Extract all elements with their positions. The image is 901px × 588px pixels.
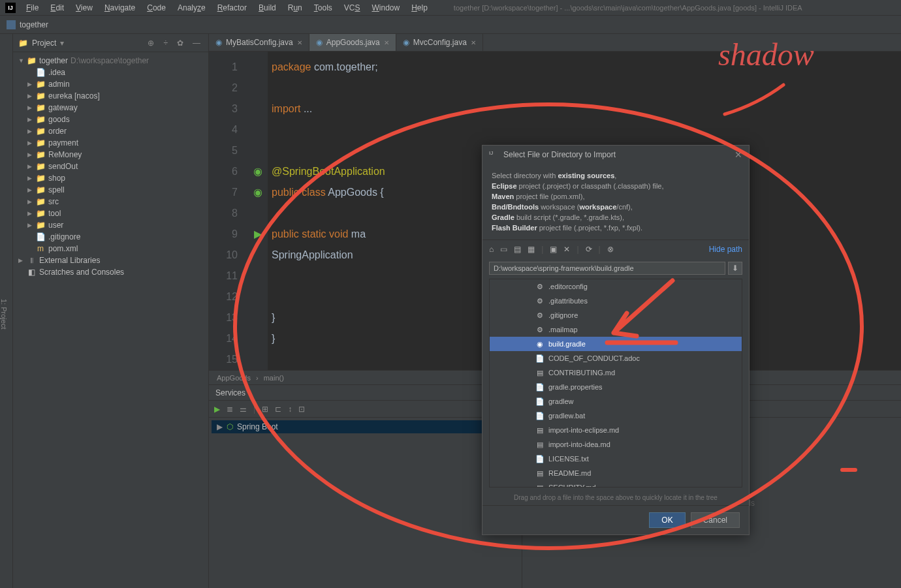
tree-item[interactable]: ▶📁spell [13, 184, 208, 196]
close-icon[interactable]: ✕ [735, 149, 742, 160]
dialog-title: Select File or Directory to Import [503, 150, 616, 159]
run-gutter[interactable]: ◉ ◉ ▶ [248, 52, 268, 370]
dropdown-icon[interactable]: ▾ [60, 39, 64, 48]
file-row[interactable]: ⚙.gitattributes [490, 294, 742, 308]
history-icon[interactable]: ⬇ [728, 262, 742, 275]
tree-scratches[interactable]: ◧Scratches and Consoles [13, 266, 208, 278]
tree-item[interactable]: ▶📁shop [13, 172, 208, 184]
file-row[interactable]: ⚙.gitignore [490, 308, 742, 322]
showhidden-icon[interactable]: ⊗ [607, 245, 614, 254]
close-tab-icon[interactable]: ✕ [297, 39, 302, 46]
menu-navigate[interactable]: Navigate [99, 2, 140, 14]
menu-vcs[interactable]: VCS [339, 2, 366, 14]
folder-icon: 📁 [35, 91, 46, 101]
gear-icon[interactable]: ✿ [174, 39, 186, 48]
menu-edit[interactable]: Edit [45, 2, 69, 14]
left-tool-strip[interactable]: 1: Project [0, 34, 13, 588]
tree-item[interactable]: ▶📁payment [13, 137, 208, 149]
ok-button[interactable]: OK [649, 512, 685, 528]
tree-item[interactable]: ▶📁order [13, 125, 208, 137]
file-icon: ◉ [535, 340, 545, 348]
collapse-icon[interactable]: ÷ [161, 39, 170, 48]
run-icon[interactable]: ▶ [248, 224, 268, 245]
run-icon[interactable]: ◉ [248, 182, 268, 203]
file-row[interactable]: ▤CONTRIBUTING.md [490, 365, 742, 380]
menu-analyze[interactable]: Analyze [172, 2, 211, 14]
breadcrumb-item[interactable]: main() [264, 374, 284, 382]
editor-tab[interactable]: ◉MyBatisConfig.java✕ [209, 34, 309, 51]
file-row[interactable]: ⚙.mailmap [490, 322, 742, 337]
nav-project-name[interactable]: together [20, 20, 48, 29]
tree-item[interactable]: ▶📁goods [13, 114, 208, 125]
run-icon[interactable]: ▶ [214, 405, 220, 414]
menu-help[interactable]: Help [406, 2, 433, 14]
menu-window[interactable]: Window [366, 2, 405, 14]
file-row[interactable]: ▤import-into-idea.md [490, 437, 742, 452]
tree-root[interactable]: ▼📁togetherD:\workspace\together [13, 55, 208, 67]
run-icon[interactable]: ◉ [248, 161, 268, 182]
file-row[interactable]: ⚙.editorconfig [490, 279, 742, 294]
sidebar-title[interactable]: Project [32, 39, 56, 48]
file-icon: ▤ [535, 369, 545, 377]
dialog-description: Select directory with existing sources, … [482, 164, 749, 240]
file-row[interactable]: ▤README.md [490, 466, 742, 480]
tree-item[interactable]: mpom.xml [13, 243, 208, 255]
tree-item[interactable]: ▶📁gateway [13, 102, 208, 114]
newfolder-icon[interactable]: ▣ [550, 245, 557, 254]
menu-build[interactable]: Build [253, 2, 281, 14]
menu-view[interactable]: View [71, 2, 98, 14]
tree-icon[interactable]: ≣ [227, 405, 233, 414]
locate-icon[interactable]: ⊕ [145, 39, 157, 48]
menu-refactor[interactable]: Refactor [212, 2, 252, 14]
tree-item[interactable]: ▶📁src [13, 196, 208, 208]
close-tab-icon[interactable]: ✕ [471, 39, 476, 46]
dialog-titlebar[interactable]: IJ Select File or Directory to Import ✕ [482, 146, 749, 164]
menu-code[interactable]: Code [142, 2, 171, 14]
chevron-right-icon: ▶ [217, 422, 223, 431]
tree-item[interactable]: ▶📁ReMoney [13, 149, 208, 161]
tree-item[interactable]: 📄.gitignore [13, 231, 208, 243]
tree-item[interactable]: ▶📁eureka [nacos] [13, 90, 208, 102]
file-list[interactable]: ⚙.editorconfig⚙.gitattributes⚙.gitignore… [489, 279, 742, 487]
path-input[interactable] [489, 262, 725, 275]
tree-external[interactable]: ▶⫴External Libraries [13, 255, 208, 266]
tree-item[interactable]: ▶📁user [13, 219, 208, 231]
file-row[interactable]: 📄CODE_OF_CONDUCT.adoc [490, 351, 742, 365]
collapse-icon[interactable]: ⊏ [275, 405, 281, 414]
file-row[interactable]: 📄gradlew.bat [490, 409, 742, 423]
desktop-icon[interactable]: ▭ [500, 245, 507, 254]
settings-icon[interactable]: ⊡ [298, 405, 305, 414]
file-row[interactable]: ◉build.gradle [490, 337, 742, 351]
tree-item[interactable]: 📄.idea [13, 67, 208, 78]
hide-icon[interactable]: — [190, 39, 203, 48]
cancel-button[interactable]: Cancel [691, 512, 740, 528]
module-icon[interactable]: ▦ [528, 245, 535, 254]
refresh-icon[interactable]: ⟳ [586, 245, 592, 254]
file-row[interactable]: ▤import-into-eclipse.md [490, 423, 742, 437]
home-icon[interactable]: ⌂ [489, 245, 494, 254]
editor-tab[interactable]: ◉AppGoods.java✕ [309, 34, 396, 51]
filter-icon[interactable]: ⚌ [240, 405, 247, 414]
tree-item[interactable]: ▶📁admin [13, 78, 208, 90]
tree-item[interactable]: ▶📁sendOut [13, 161, 208, 172]
file-row[interactable]: 📄gradlew [490, 394, 742, 409]
delete-icon[interactable]: ✕ [563, 245, 570, 254]
menu-run[interactable]: Run [283, 2, 308, 14]
expand-icon[interactable]: ⊞ [262, 405, 268, 414]
sort-icon[interactable]: ↕ [288, 405, 292, 414]
breadcrumb-item[interactable]: AppGoods [217, 374, 251, 382]
hide-path-link[interactable]: Hide path [709, 245, 742, 254]
menu-file[interactable]: File [21, 2, 44, 14]
file-row[interactable]: ▤SECURITY.md [490, 480, 742, 487]
project-icon[interactable]: ▤ [514, 245, 521, 254]
file-row[interactable]: 📄gradle.properties [490, 380, 742, 394]
service-item-springboot[interactable]: ▶ ⬡ Spring Boot [212, 420, 519, 433]
java-icon: ◉ [215, 38, 222, 47]
tree-item[interactable]: ▶📁tool [13, 208, 208, 219]
file-row[interactable]: 📄LICENSE.txt [490, 452, 742, 466]
close-tab-icon[interactable]: ✕ [384, 39, 389, 46]
editor-tab[interactable]: ◉MvcConfig.java✕ [396, 34, 483, 51]
menu-tools[interactable]: Tools [309, 2, 338, 14]
services-tree[interactable]: ▶ ⬡ Spring Boot [209, 418, 522, 588]
project-tree[interactable]: ▼📁togetherD:\workspace\together 📄.idea▶📁… [13, 52, 208, 588]
